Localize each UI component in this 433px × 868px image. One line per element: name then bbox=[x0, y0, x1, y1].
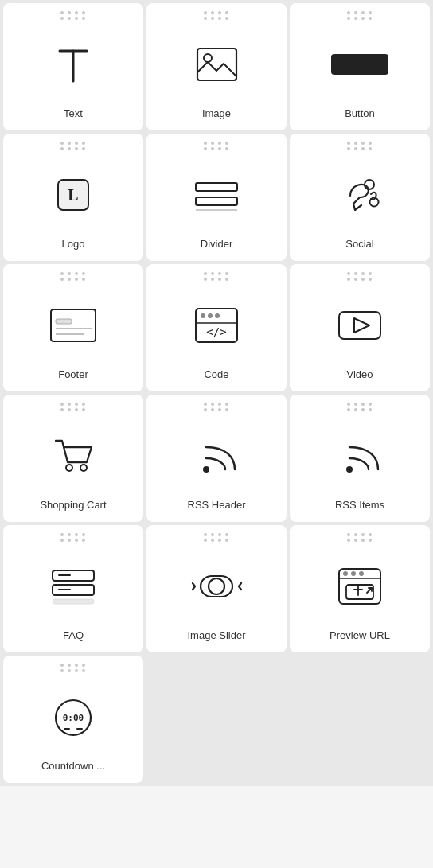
svg-point-3 bbox=[204, 54, 212, 62]
svg-rect-21 bbox=[339, 312, 380, 339]
svg-point-24 bbox=[80, 465, 87, 471]
drag-handle bbox=[347, 533, 373, 542]
svg-point-37 bbox=[351, 571, 356, 576]
image-slider-icon bbox=[153, 548, 280, 625]
svg-rect-2 bbox=[197, 49, 236, 80]
svg-point-36 bbox=[343, 571, 348, 576]
svg-text:0:00: 0:00 bbox=[62, 713, 84, 723]
svg-rect-31 bbox=[53, 599, 94, 604]
widget-card-preview-url[interactable]: Preview URL bbox=[290, 525, 430, 652]
faq-icon bbox=[10, 548, 137, 625]
widget-card-faq[interactable]: FAQ bbox=[3, 525, 143, 652]
widget-card-button[interactable]: Button bbox=[290, 3, 430, 130]
widget-card-footer[interactable]: Footer bbox=[3, 264, 143, 391]
widget-card-image[interactable]: Image bbox=[146, 3, 287, 130]
video-icon bbox=[296, 287, 423, 364]
rss-items-label: RSS Items bbox=[335, 499, 384, 511]
countdown-icon: 0:00 bbox=[10, 679, 137, 755]
divider-icon bbox=[153, 157, 280, 233]
svg-text:</>: </> bbox=[206, 325, 226, 338]
button-icon bbox=[331, 54, 388, 75]
drag-handle bbox=[60, 272, 87, 281]
drag-handle bbox=[60, 664, 87, 672]
widget-card-shopping-cart[interactable]: Shopping Cart bbox=[3, 395, 143, 522]
divider-label: Divider bbox=[201, 238, 232, 250]
drag-handle bbox=[204, 533, 230, 542]
text-icon bbox=[10, 26, 137, 103]
drag-handle bbox=[347, 272, 373, 281]
video-label: Video bbox=[346, 368, 373, 380]
widget-card-rss-items[interactable]: RSS Items bbox=[290, 395, 430, 522]
logo-label: Logo bbox=[62, 238, 85, 250]
drag-handle bbox=[347, 142, 373, 150]
shopping-cart-icon bbox=[10, 418, 137, 494]
footer-label: Footer bbox=[58, 368, 88, 380]
image-icon bbox=[153, 26, 280, 103]
button-icon bbox=[296, 26, 423, 103]
logo-icon: L bbox=[10, 157, 137, 233]
text-label: Text bbox=[64, 107, 83, 119]
svg-point-16 bbox=[201, 313, 205, 318]
svg-marker-22 bbox=[354, 318, 369, 333]
drag-handle bbox=[204, 142, 230, 150]
code-label: Code bbox=[204, 368, 228, 380]
drag-handle bbox=[204, 272, 230, 281]
svg-text:L: L bbox=[68, 186, 78, 204]
image-slider-label: Image Slider bbox=[188, 629, 246, 641]
widget-card-image-slider[interactable]: Image Slider bbox=[146, 525, 287, 652]
drag-handle bbox=[347, 403, 373, 411]
svg-point-25 bbox=[203, 466, 209, 473]
social-icon bbox=[296, 157, 423, 233]
svg-point-33 bbox=[209, 578, 224, 594]
preview-url-label: Preview URL bbox=[330, 629, 390, 641]
svg-rect-39 bbox=[346, 585, 373, 599]
widget-card-rss-header[interactable]: RSS Header bbox=[146, 395, 287, 522]
button-label: Button bbox=[345, 107, 375, 119]
widget-card-logo[interactable]: L Logo bbox=[3, 134, 143, 261]
rss-header-label: RSS Header bbox=[188, 499, 246, 511]
svg-rect-7 bbox=[196, 197, 237, 205]
svg-point-9 bbox=[365, 180, 374, 189]
code-icon: </> bbox=[153, 287, 280, 364]
shopping-cart-label: Shopping Cart bbox=[40, 499, 106, 511]
social-label: Social bbox=[345, 238, 373, 250]
svg-point-38 bbox=[359, 571, 364, 576]
svg-point-17 bbox=[208, 313, 213, 318]
preview-url-icon bbox=[296, 548, 423, 625]
drag-handle bbox=[60, 11, 87, 20]
drag-handle bbox=[60, 533, 87, 542]
widget-card-code[interactable]: </> Code bbox=[146, 264, 287, 391]
widget-card-countdown[interactable]: 0:00 Countdown ... bbox=[3, 656, 143, 783]
widget-card-divider[interactable]: Divider bbox=[146, 134, 287, 261]
drag-handle bbox=[204, 403, 230, 411]
widget-card-text[interactable]: Text bbox=[3, 3, 143, 130]
widget-card-social[interactable]: Social bbox=[290, 134, 430, 261]
drag-handle bbox=[60, 403, 87, 411]
footer-icon bbox=[10, 287, 137, 364]
svg-rect-11 bbox=[51, 309, 96, 341]
svg-point-23 bbox=[66, 465, 72, 471]
drag-handle bbox=[60, 142, 87, 150]
widget-card-video[interactable]: Video bbox=[290, 264, 430, 391]
svg-rect-6 bbox=[196, 183, 237, 191]
svg-point-18 bbox=[215, 313, 220, 318]
drag-handle bbox=[347, 11, 373, 20]
svg-rect-12 bbox=[56, 319, 72, 324]
image-label: Image bbox=[202, 107, 231, 119]
widget-grid: Text ImageButton L Logo Divider Social F… bbox=[0, 0, 433, 786]
drag-handle bbox=[204, 11, 230, 20]
svg-point-26 bbox=[346, 466, 353, 473]
rss-header-icon bbox=[153, 418, 280, 494]
countdown-label: Countdown ... bbox=[41, 760, 105, 772]
rss-items-icon bbox=[296, 418, 423, 494]
faq-label: FAQ bbox=[63, 629, 84, 641]
